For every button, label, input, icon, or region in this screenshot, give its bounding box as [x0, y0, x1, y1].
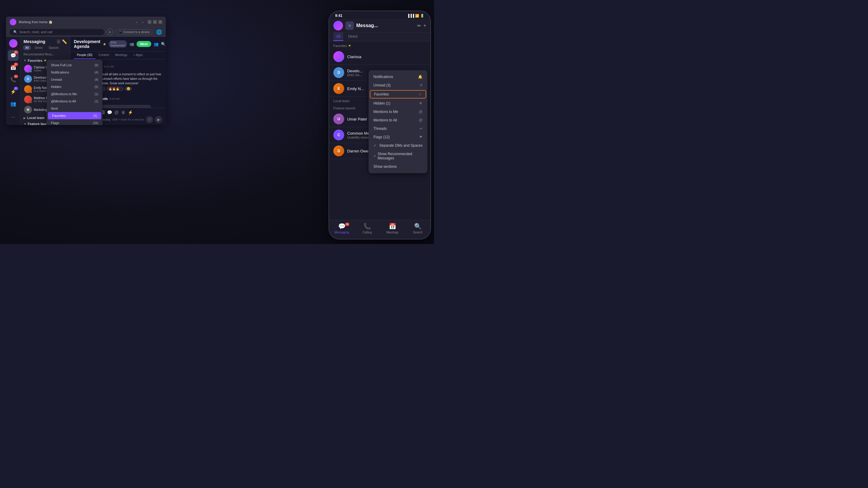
- sidebar-header: Messaging ☰ ✏️: [21, 37, 70, 45]
- mobile-meetings-label: Meetings: [386, 231, 399, 234]
- filter-icon[interactable]: ☰: [57, 39, 61, 44]
- chat-header-actions: 📹 Meet 👥 🔍 ⚙️: [129, 41, 166, 47]
- mobile-clarissa-name: Clarissa: [347, 55, 426, 59]
- sticker-icon[interactable]: 💬: [107, 110, 112, 115]
- mobile-tab-direct[interactable]: Direct: [345, 33, 361, 41]
- mobile-dd-favorites[interactable]: Favorites ☆: [370, 90, 426, 98]
- close-btn[interactable]: ×: [158, 20, 162, 24]
- mobile-hidden-icon: 👁: [419, 101, 423, 105]
- dropdown-hidden[interactable]: Hidden (5): [47, 83, 102, 90]
- connect-device-btn[interactable]: 📱 Connect to a device: [116, 29, 153, 35]
- mobile-edit-icon[interactable]: ✏: [417, 23, 421, 29]
- more-tools-icon[interactable]: ⚡: [128, 110, 133, 115]
- mobile-threads-label: Threads: [373, 127, 387, 131]
- reaction-add[interactable]: 😊: [125, 87, 132, 91]
- mobile-nav-messaging[interactable]: 💬 Messaging 6: [329, 223, 354, 234]
- mention-icon[interactable]: @: [115, 110, 119, 115]
- tab-direct[interactable]: Direct: [32, 45, 45, 50]
- rail-activity[interactable]: ⚡ 1: [8, 86, 19, 97]
- rail-more[interactable]: ···: [8, 112, 19, 123]
- screen-share-icon[interactable]: 🖥: [121, 110, 125, 115]
- mobile-section-star: ★: [348, 44, 351, 47]
- mobile-dd-notifications[interactable]: Notifications 🔔: [369, 73, 427, 81]
- list-item[interactable]: Clarissa: [329, 49, 430, 65]
- mobile-search-icon: 🔍: [414, 223, 422, 230]
- show-full-count: (9): [95, 64, 98, 67]
- forward-btn[interactable]: ›: [141, 19, 145, 25]
- rail-calendar[interactable]: 📅 1: [8, 62, 19, 73]
- title-bar: Working from home 🏠 ‹ › − □ ×: [6, 17, 166, 27]
- teams-icon: 👥: [10, 101, 16, 107]
- mobile-common-avatar: C: [333, 130, 344, 140]
- mobile-local-team-text: Local team: [333, 99, 350, 103]
- mobile-icon-btn[interactable]: ≡: [345, 22, 354, 30]
- status-dot-dnd: [30, 101, 32, 103]
- umar-msg-time: 8:12 AM: [104, 65, 114, 68]
- new-chat-btn[interactable]: +: [107, 29, 113, 35]
- subtab-meetings[interactable]: Meetings: [112, 52, 130, 59]
- mobile-dd-mentions-me[interactable]: Mentions to Me @: [369, 107, 427, 116]
- rail-calls[interactable]: 📞 1: [8, 74, 19, 85]
- mobile-dd-mentions-all[interactable]: Mentions to All @: [369, 116, 427, 124]
- favorites-arrow: ▼: [24, 59, 27, 62]
- participants-icon[interactable]: 👥: [154, 42, 158, 46]
- compose-icon[interactable]: ✏️: [62, 39, 67, 44]
- mobile-dd-threads[interactable]: Threads ↩: [369, 124, 427, 133]
- dropdown-flags[interactable]: Flags (34): [47, 119, 102, 125]
- mobile-dd-unread[interactable]: Unread (3) ↺: [369, 81, 427, 90]
- dropdown-sent[interactable]: Sent: [47, 105, 102, 112]
- mobile-calling-label: Calling: [363, 231, 372, 234]
- dropdown-mentions-all[interactable]: @Mentions to All (1): [47, 98, 102, 105]
- user-avatar[interactable]: [9, 39, 18, 47]
- flags-count: (34): [93, 121, 98, 125]
- mobile-sections-label: Show sections: [373, 164, 397, 169]
- dropdown-unread[interactable]: Unread (4): [47, 76, 102, 83]
- dropdown-show-full[interactable]: Show Full List (9): [47, 61, 102, 69]
- minimize-btn[interactable]: −: [148, 20, 151, 24]
- connect-icon: 📱: [119, 30, 122, 34]
- wifi-icon: 📶: [415, 14, 419, 18]
- mobile-tab-all[interactable]: All: [333, 33, 343, 41]
- status-dot-away: [30, 91, 32, 93]
- subtab-content[interactable]: Content: [96, 52, 112, 59]
- sidebar-title: Messaging: [24, 39, 45, 44]
- mobile-nav-calling[interactable]: 📞 Calling: [354, 223, 380, 234]
- tab-spaces[interactable]: Spaces: [46, 45, 61, 50]
- mobile-nav-search[interactable]: 🔍 Search: [405, 223, 430, 234]
- rail-teams[interactable]: 👥: [8, 98, 19, 109]
- video-icon[interactable]: 📹: [129, 42, 134, 46]
- reaction-fire[interactable]: 🔥🔥🔥 3: [107, 87, 124, 91]
- mobile-meetings-icon: 📅: [389, 223, 396, 230]
- mobile-at-icon: @: [419, 110, 423, 114]
- more-icon: ···: [11, 115, 15, 120]
- dropdown-notifications[interactable]: Notifications (4): [47, 69, 102, 76]
- mobile-user-avatar[interactable]: [333, 21, 343, 30]
- chat-header: Development Agenda ★ ENG Deployment 📹 Me…: [70, 37, 166, 52]
- back-btn[interactable]: ‹: [134, 19, 139, 25]
- meet-button[interactable]: Meet: [136, 41, 151, 47]
- mobile-compose-icon[interactable]: +: [424, 23, 426, 28]
- dropdown-mentions-me[interactable]: @Mentions to Me (1): [47, 90, 102, 98]
- maximize-btn[interactable]: □: [153, 20, 157, 24]
- send-arrow-btn[interactable]: ▽: [146, 116, 153, 123]
- search-input-wrap[interactable]: 🔍 Search, meet, and call: [10, 29, 104, 35]
- search-chat-icon[interactable]: 🔍: [161, 42, 166, 46]
- dropdown-favorites[interactable]: Favorites (4): [48, 112, 101, 119]
- mobile-time: 9:41: [335, 13, 342, 18]
- mobile-bottom-nav: 💬 Messaging 6 📞 Calling 📅 Meetings 🔍 Sea…: [329, 220, 430, 239]
- mobile-dd-recommended[interactable]: ✓ Show Recommended Messages: [369, 150, 427, 162]
- mobile-dd-flags[interactable]: Flags (12) ⚑: [369, 133, 427, 141]
- mobile-dd-sections[interactable]: Show sections: [369, 162, 427, 171]
- mobile-nav-meetings[interactable]: 📅 Meetings: [380, 223, 405, 234]
- mobile-dd-hidden[interactable]: Hidden (1) 👁: [369, 99, 427, 107]
- chat-title: Development Agenda: [74, 39, 100, 49]
- mobile-check2-icon: ✓: [373, 154, 376, 158]
- mobile-dd-separate-dms[interactable]: ✓ Separate DMs and Spaces: [369, 141, 427, 150]
- tab-all[interactable]: All: [23, 45, 31, 50]
- rail-messaging[interactable]: 💬 5: [8, 50, 19, 61]
- send-btn[interactable]: ▶: [155, 116, 162, 123]
- mobile-separate-dms-label: Separate DMs and Spaces: [379, 143, 423, 148]
- edge-icon: 🌐: [156, 29, 162, 35]
- subtab-people[interactable]: People (30): [74, 52, 96, 59]
- subtab-apps[interactable]: + Apps: [130, 52, 146, 59]
